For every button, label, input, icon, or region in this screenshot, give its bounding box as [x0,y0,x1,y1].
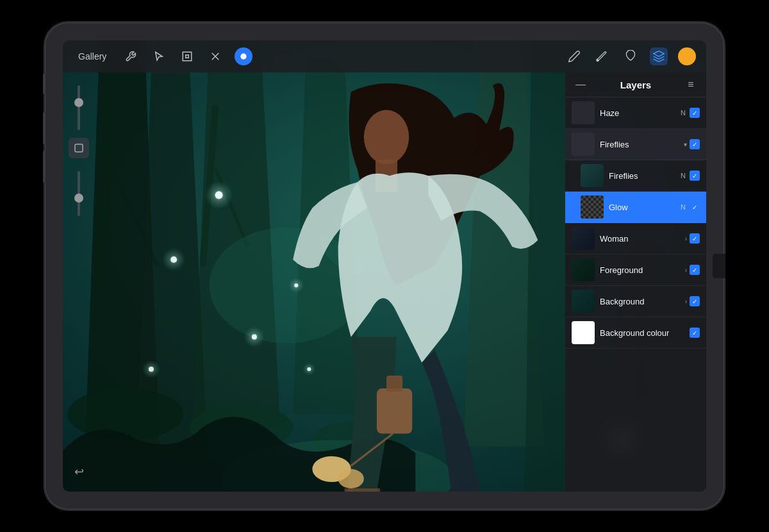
layer-thumbnail-background-colour [572,321,595,344]
layer-no-thumb-haze [572,101,595,124]
layer-name-foreground: Foreground [600,265,685,275]
layers-panel: — Layers ≡ HazeN✓Fireflies▾✓ FirefliesN✓… [565,72,706,492]
undo-button[interactable]: ↩ [74,465,84,479]
layer-visibility-haze[interactable]: ✓ [690,108,700,118]
ipad-screen: Gallery [63,40,706,492]
svg-point-32 [149,367,154,372]
svg-marker-44 [654,51,665,56]
layer-visibility-fireflies-sub[interactable]: ✓ [690,170,700,181]
layer-mode-haze: N [681,109,686,117]
svg-point-43 [241,53,247,59]
layer-arrow-foreground: › [685,267,687,274]
record-button[interactable] [235,47,252,65]
svg-rect-45 [75,144,83,152]
svg-rect-20 [377,388,412,433]
gallery-button[interactable]: Gallery [73,49,112,64]
layer-visibility-background-colour[interactable]: ✓ [690,328,700,338]
layer-row-glow[interactable]: GlowN✓ [565,192,706,223]
svg-point-36 [307,367,311,371]
layer-row-foreground[interactable]: Foreground›✓ [565,254,706,286]
top-toolbar: Gallery [63,40,706,72]
selection-button[interactable] [178,47,196,65]
layer-row-background-colour[interactable]: Background colour✓ [565,317,706,349]
svg-point-26 [215,191,222,199]
layer-mode-fireflies-sub: N [681,172,686,179]
layer-name-fireflies-group: Fireflies [600,140,684,149]
svg-point-17 [364,110,409,164]
volume-up-button[interactable] [43,112,45,144]
layer-row-fireflies-group[interactable]: Fireflies▾✓ [565,129,706,160]
svg-point-24 [338,469,364,488]
transform-button[interactable] [206,47,224,65]
layer-row-background[interactable]: Background›✓ [565,286,706,317]
layer-row-haze[interactable]: HazeN✓ [565,97,706,129]
layer-visibility-glow[interactable]: ✓ [690,202,700,212]
layers-list: HazeN✓Fireflies▾✓ FirefliesN✓ GlowN✓ Wom… [565,97,706,349]
layer-thumbnail-background [572,290,595,313]
svg-rect-19 [345,488,380,492]
svg-point-28 [170,256,177,263]
layers-panel-button[interactable] [650,47,668,65]
layer-name-background-colour: Background colour [600,328,690,338]
layer-thumbnail-foreground [572,258,595,281]
layer-thumbnail-woman [572,227,595,250]
layer-visibility-fireflies-group[interactable]: ✓ [690,139,700,149]
layers-menu-button[interactable]: ≡ [684,79,697,90]
layer-name-fireflies-sub: Fireflies [609,171,681,181]
brush-tool-button[interactable] [593,47,611,65]
svg-rect-21 [386,376,402,392]
layer-visibility-background[interactable]: ✓ [690,296,700,306]
layer-thumbnail-fireflies-sub [581,164,604,187]
toolbar-right-group [565,47,696,65]
svg-point-34 [294,283,298,287]
layers-collapse-button[interactable]: — [574,79,587,90]
cursor-button[interactable] [150,47,168,65]
opacity-slider[interactable] [78,171,80,216]
wrench-button[interactable] [122,47,140,65]
square-tool[interactable] [69,138,89,158]
volume-down-button[interactable] [43,151,45,183]
layer-visibility-foreground[interactable]: ✓ [690,265,700,275]
color-picker-button[interactable] [678,47,696,65]
layer-arrow-woman: › [685,235,687,242]
layer-arrow-background: › [685,298,687,305]
layer-arrow-fireflies-group: ▾ [684,141,687,148]
layer-name-woman: Woman [600,234,685,244]
svg-point-30 [252,335,257,340]
brush-size-slider[interactable] [78,85,80,130]
ipad-device: Gallery [45,22,724,510]
layer-name-haze: Haze [600,108,681,118]
layers-title: Layers [587,79,684,90]
layers-header: — Layers ≡ [565,72,706,97]
layer-row-fireflies-sub[interactable]: FirefliesN✓ [565,160,706,192]
layer-name-background: Background [600,297,685,306]
power-button[interactable] [43,74,45,94]
layer-no-thumb-fireflies-group [572,133,595,156]
layer-name-glow: Glow [609,203,681,212]
pencil-tool-button[interactable] [565,47,583,65]
layer-visibility-woman[interactable]: ✓ [690,233,700,244]
home-button[interactable] [713,254,725,278]
layer-thumbnail-glow [581,195,604,219]
layer-mode-glow: N [681,203,686,211]
toolbar-left-group: Gallery [73,47,252,65]
left-sidebar: ↩ [63,72,95,492]
smudge-tool-button[interactable] [622,47,640,65]
layer-row-woman[interactable]: Woman›✓ [565,223,706,254]
